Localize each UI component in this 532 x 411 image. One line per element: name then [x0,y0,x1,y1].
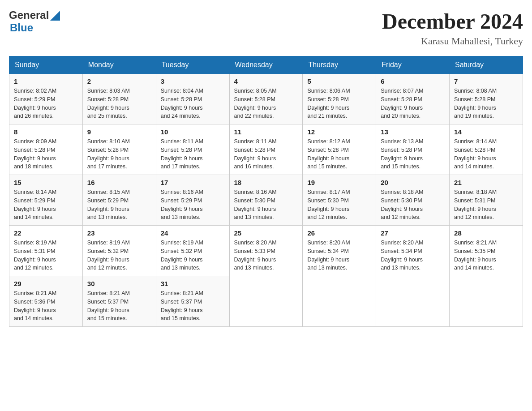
day-number: 17 [161,179,225,186]
calendar-cell: 25 Sunrise: 8:20 AMSunset: 5:33 PMDaylig… [229,226,303,276]
calendar-table: SundayMondayTuesdayWednesdayThursdayFrid… [9,56,523,327]
day-number: 28 [454,229,518,237]
calendar-header-row: SundayMondayTuesdayWednesdayThursdayFrid… [9,56,523,74]
calendar-cell [450,276,523,327]
calendar-cell: 1 Sunrise: 8:02 AMSunset: 5:29 PMDayligh… [9,74,83,124]
calendar-cell: 14 Sunrise: 8:14 AMSunset: 5:28 PMDaylig… [450,124,523,175]
day-number: 9 [87,128,151,136]
calendar-cell: 29 Sunrise: 8:21 AMSunset: 5:36 PMDaylig… [9,276,83,327]
day-info: Sunrise: 8:19 AMSunset: 5:31 PMDaylight:… [14,240,56,271]
day-info: Sunrise: 8:20 AMSunset: 5:34 PMDaylight:… [381,240,423,271]
calendar-cell: 19 Sunrise: 8:17 AMSunset: 5:30 PMDaylig… [303,175,376,226]
calendar-cell: 17 Sunrise: 8:16 AMSunset: 5:29 PMDaylig… [156,175,229,226]
day-number: 14 [454,128,518,136]
day-number: 1 [14,77,78,85]
day-info: Sunrise: 8:06 AMSunset: 5:28 PMDaylight:… [307,88,350,119]
calendar-cell: 31 Sunrise: 8:21 AMSunset: 5:37 PMDaylig… [156,276,229,327]
day-info: Sunrise: 8:11 AMSunset: 5:28 PMDaylight:… [234,138,277,170]
day-number: 7 [454,77,518,85]
month-title: December 2024 [382,9,523,34]
day-number: 4 [234,77,298,85]
svg-marker-0 [50,11,60,21]
calendar-cell: 3 Sunrise: 8:04 AMSunset: 5:28 PMDayligh… [156,74,229,124]
day-info: Sunrise: 8:19 AMSunset: 5:32 PMDaylight:… [161,240,203,271]
calendar-cell: 15 Sunrise: 8:14 AMSunset: 5:29 PMDaylig… [9,175,83,226]
day-number: 29 [14,280,78,287]
calendar-cell: 23 Sunrise: 8:19 AMSunset: 5:32 PMDaylig… [82,226,156,276]
calendar-cell: 5 Sunrise: 8:06 AMSunset: 5:28 PMDayligh… [303,74,376,124]
day-info: Sunrise: 8:16 AMSunset: 5:29 PMDaylight:… [161,189,203,220]
day-info: Sunrise: 8:18 AMSunset: 5:30 PMDaylight:… [381,189,423,220]
day-info: Sunrise: 8:20 AMSunset: 5:34 PMDaylight:… [307,240,350,271]
day-info: Sunrise: 8:21 AMSunset: 5:35 PMDaylight:… [454,240,497,271]
calendar-cell: 16 Sunrise: 8:15 AMSunset: 5:29 PMDaylig… [82,175,156,226]
calendar-cell: 28 Sunrise: 8:21 AMSunset: 5:35 PMDaylig… [450,226,523,276]
day-number: 2 [87,77,151,85]
calendar-col-header-tuesday: Tuesday [156,56,229,74]
day-number: 27 [381,229,445,237]
calendar-cell: 26 Sunrise: 8:20 AMSunset: 5:34 PMDaylig… [303,226,376,276]
day-info: Sunrise: 8:19 AMSunset: 5:32 PMDaylight:… [87,240,130,271]
calendar-cell: 10 Sunrise: 8:11 AMSunset: 5:28 PMDaylig… [156,124,229,175]
logo-blue-text: Blue [10,21,33,34]
day-number: 15 [14,179,78,186]
calendar-cell: 6 Sunrise: 8:07 AMSunset: 5:28 PMDayligh… [376,74,450,124]
logo: General Blue [9,9,60,34]
day-number: 24 [161,229,225,237]
calendar-cell: 20 Sunrise: 8:18 AMSunset: 5:30 PMDaylig… [376,175,450,226]
logo-line2: Blue [10,21,33,34]
day-info: Sunrise: 8:10 AMSunset: 5:28 PMDaylight:… [87,138,130,170]
calendar-cell [303,276,376,327]
calendar-cell: 2 Sunrise: 8:03 AMSunset: 5:28 PMDayligh… [82,74,156,124]
day-number: 13 [381,128,445,136]
day-info: Sunrise: 8:05 AMSunset: 5:28 PMDaylight:… [234,88,277,119]
calendar-week-row: 1 Sunrise: 8:02 AMSunset: 5:29 PMDayligh… [9,74,523,124]
logo-line1: General [9,9,60,21]
calendar-cell [229,276,303,327]
calendar-cell: 21 Sunrise: 8:18 AMSunset: 5:31 PMDaylig… [450,175,523,226]
day-number: 12 [307,128,371,136]
calendar-col-header-wednesday: Wednesday [229,56,303,74]
day-info: Sunrise: 8:17 AMSunset: 5:30 PMDaylight:… [307,189,350,220]
day-info: Sunrise: 8:14 AMSunset: 5:29 PMDaylight:… [14,189,56,220]
day-info: Sunrise: 8:15 AMSunset: 5:29 PMDaylight:… [87,189,130,220]
day-number: 18 [234,179,298,186]
calendar-cell: 22 Sunrise: 8:19 AMSunset: 5:31 PMDaylig… [9,226,83,276]
calendar-cell: 9 Sunrise: 8:10 AMSunset: 5:28 PMDayligh… [82,124,156,175]
calendar-cell: 4 Sunrise: 8:05 AMSunset: 5:28 PMDayligh… [229,74,303,124]
day-number: 21 [454,179,518,186]
day-number: 23 [87,229,151,237]
logo-triangle-icon [50,11,60,21]
calendar-cell: 12 Sunrise: 8:12 AMSunset: 5:28 PMDaylig… [303,124,376,175]
day-number: 3 [161,77,225,85]
day-info: Sunrise: 8:21 AMSunset: 5:37 PMDaylight:… [161,290,203,321]
page-header: General Blue December 2024 Karasu Mahall… [9,9,523,47]
day-number: 25 [234,229,298,237]
day-info: Sunrise: 8:07 AMSunset: 5:28 PMDaylight:… [381,88,423,119]
day-info: Sunrise: 8:13 AMSunset: 5:28 PMDaylight:… [381,138,423,170]
title-section: December 2024 Karasu Mahallesi, Turkey [382,9,523,47]
day-number: 10 [161,128,225,136]
calendar-week-row: 29 Sunrise: 8:21 AMSunset: 5:36 PMDaylig… [9,276,523,327]
day-info: Sunrise: 8:18 AMSunset: 5:31 PMDaylight:… [454,189,497,220]
day-info: Sunrise: 8:16 AMSunset: 5:30 PMDaylight:… [234,189,277,220]
calendar-cell: 30 Sunrise: 8:21 AMSunset: 5:37 PMDaylig… [82,276,156,327]
day-number: 31 [161,280,225,287]
day-info: Sunrise: 8:21 AMSunset: 5:36 PMDaylight:… [14,290,56,321]
day-number: 22 [14,229,78,237]
day-info: Sunrise: 8:02 AMSunset: 5:29 PMDaylight:… [14,88,56,119]
calendar-cell: 13 Sunrise: 8:13 AMSunset: 5:28 PMDaylig… [376,124,450,175]
calendar-col-header-sunday: Sunday [9,56,83,74]
day-number: 16 [87,179,151,186]
calendar-col-header-thursday: Thursday [303,56,376,74]
day-number: 20 [381,179,445,186]
day-info: Sunrise: 8:20 AMSunset: 5:33 PMDaylight:… [234,240,277,271]
calendar-week-row: 8 Sunrise: 8:09 AMSunset: 5:28 PMDayligh… [9,124,523,175]
day-info: Sunrise: 8:09 AMSunset: 5:28 PMDaylight:… [14,138,56,170]
day-number: 8 [14,128,78,136]
day-info: Sunrise: 8:21 AMSunset: 5:37 PMDaylight:… [87,290,130,321]
calendar-week-row: 15 Sunrise: 8:14 AMSunset: 5:29 PMDaylig… [9,175,523,226]
calendar-col-header-saturday: Saturday [450,56,523,74]
day-number: 19 [307,179,371,186]
logo-general-text: General [9,9,49,21]
